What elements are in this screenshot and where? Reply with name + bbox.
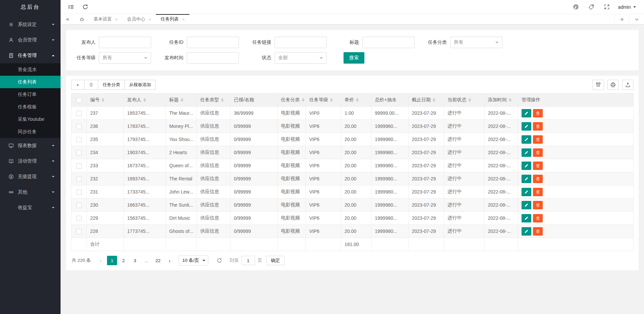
search-button[interactable]: 搜索 bbox=[344, 52, 364, 64]
sort-icon[interactable] bbox=[468, 97, 471, 103]
edit-button[interactable] bbox=[522, 109, 531, 117]
delete-button[interactable] bbox=[533, 109, 543, 117]
search-input[interactable] bbox=[99, 37, 151, 48]
sidebar-item[interactable]: 其他 bbox=[0, 184, 61, 200]
cell-total: 99999.00... bbox=[371, 107, 408, 120]
export-icon[interactable] bbox=[622, 80, 634, 90]
row-checkbox[interactable] bbox=[76, 216, 82, 221]
admin-dropdown[interactable]: admin bbox=[615, 4, 642, 10]
tab-active[interactable]: 任务列表× bbox=[156, 14, 189, 24]
delete-button[interactable] bbox=[533, 162, 543, 170]
task-category-button[interactable]: 任务分类 bbox=[98, 80, 125, 90]
sidebar-subitem[interactable]: 采集Youtube bbox=[0, 113, 61, 126]
row-checkbox[interactable] bbox=[76, 137, 82, 142]
sort-icon[interactable] bbox=[356, 97, 359, 103]
delete-button[interactable] bbox=[533, 201, 543, 209]
tab-item[interactable]: 基本设置× bbox=[89, 14, 122, 24]
edit-button[interactable] bbox=[522, 188, 531, 196]
row-checkbox[interactable] bbox=[76, 111, 82, 116]
sidebar-item[interactable]: 报表数据 bbox=[0, 138, 61, 153]
sidebar-subitem[interactable]: 任务列表 bbox=[0, 76, 61, 88]
sidebar-item[interactable]: 充值提现 bbox=[0, 169, 61, 184]
sort-icon[interactable] bbox=[330, 97, 333, 103]
sidebar-item[interactable]: 会员管理 bbox=[0, 32, 61, 48]
tabs-scroll-right-icon[interactable]: » bbox=[614, 14, 629, 24]
page-button[interactable]: 1 bbox=[107, 256, 117, 265]
home-tab[interactable] bbox=[75, 14, 89, 24]
search-input[interactable] bbox=[362, 37, 415, 48]
tab-item[interactable]: 会员中心× bbox=[122, 14, 156, 24]
per-page-select[interactable]: 10 条/页 bbox=[179, 255, 208, 266]
sort-icon[interactable] bbox=[221, 97, 224, 103]
pagination: 共 220 条 ‹ 123...22 › 10 条/页 到第 页 确定 bbox=[71, 251, 634, 267]
tabs-scroll-left-icon[interactable]: « bbox=[61, 14, 75, 24]
delete-button[interactable] bbox=[533, 214, 543, 222]
page-button[interactable]: 22 bbox=[153, 256, 163, 265]
tab-close-icon[interactable]: × bbox=[149, 17, 151, 22]
search-input[interactable] bbox=[275, 37, 327, 48]
goto-page-input[interactable] bbox=[242, 256, 255, 265]
menu-collapse-icon[interactable] bbox=[64, 0, 78, 14]
select-dropdown[interactable]: 所有 bbox=[99, 52, 151, 64]
columns-filter-icon[interactable] bbox=[593, 80, 604, 90]
theme-palette-icon[interactable] bbox=[568, 0, 584, 14]
row-checkbox[interactable] bbox=[76, 163, 82, 169]
row-checkbox[interactable] bbox=[76, 203, 82, 208]
select-dropdown[interactable]: 全部 bbox=[275, 52, 327, 64]
edit-button[interactable] bbox=[522, 162, 531, 170]
sort-icon[interactable] bbox=[433, 97, 435, 103]
tab-label: 会员中心 bbox=[127, 16, 145, 22]
select-all-checkbox[interactable] bbox=[76, 98, 82, 103]
search-input[interactable] bbox=[187, 52, 239, 64]
delete-button[interactable] bbox=[533, 135, 543, 144]
delete-button[interactable] bbox=[533, 148, 543, 157]
prev-page-button[interactable]: ‹ bbox=[96, 256, 106, 265]
refresh-icon[interactable] bbox=[78, 0, 92, 14]
row-checkbox[interactable] bbox=[76, 189, 82, 195]
sidebar-item[interactable]: 任务管理 bbox=[0, 48, 61, 63]
table-refresh-icon[interactable] bbox=[214, 255, 225, 266]
page-button[interactable]: 3 bbox=[130, 256, 140, 265]
edit-button[interactable] bbox=[522, 175, 531, 183]
edit-button[interactable] bbox=[522, 201, 531, 209]
fullscreen-icon[interactable] bbox=[599, 0, 615, 14]
delete-button[interactable] bbox=[533, 227, 543, 236]
delete-button[interactable] bbox=[533, 122, 543, 131]
edit-button[interactable] bbox=[522, 135, 531, 144]
delete-button[interactable] bbox=[533, 175, 543, 183]
sidebar-item[interactable]: 收益宝 bbox=[0, 200, 61, 215]
sort-icon[interactable] bbox=[509, 97, 511, 103]
edit-button[interactable] bbox=[522, 122, 531, 131]
sidebar-subitem[interactable]: 同步任务 bbox=[0, 126, 61, 138]
sidebar-item[interactable]: 活动管理 bbox=[0, 153, 61, 169]
delete-selected-button[interactable] bbox=[84, 80, 98, 90]
sidebar-item[interactable]: 系统设定 bbox=[0, 17, 61, 32]
row-checkbox[interactable] bbox=[76, 176, 82, 182]
edit-button[interactable] bbox=[522, 214, 531, 222]
print-icon[interactable] bbox=[607, 80, 619, 90]
select-dropdown[interactable]: 所有 bbox=[450, 37, 502, 48]
edit-button[interactable] bbox=[522, 148, 531, 157]
row-checkbox[interactable] bbox=[76, 229, 82, 234]
row-checkbox[interactable] bbox=[76, 150, 82, 155]
sort-icon[interactable] bbox=[143, 97, 146, 103]
sidebar-subitem[interactable]: 资金流水 bbox=[0, 63, 61, 76]
add-from-template-button[interactable]: 从模板添加 bbox=[124, 80, 156, 90]
sort-icon[interactable] bbox=[102, 97, 104, 103]
goto-confirm-button[interactable]: 确定 bbox=[266, 256, 285, 265]
sort-icon[interactable] bbox=[181, 97, 183, 103]
sort-icon[interactable] bbox=[302, 97, 305, 103]
tag-icon[interactable] bbox=[584, 0, 599, 14]
delete-button[interactable] bbox=[533, 188, 543, 196]
tabs-menu-icon[interactable] bbox=[629, 14, 644, 24]
sidebar-subitem[interactable]: 任务订单 bbox=[0, 88, 61, 101]
next-page-button[interactable]: › bbox=[165, 256, 175, 265]
tab-close-icon[interactable]: × bbox=[182, 17, 185, 22]
sidebar-subitem[interactable]: 任务模板 bbox=[0, 101, 61, 113]
search-input[interactable] bbox=[187, 37, 239, 48]
page-button[interactable]: 2 bbox=[118, 256, 129, 265]
add-task-button[interactable]: + bbox=[71, 80, 84, 90]
row-checkbox[interactable] bbox=[76, 124, 82, 129]
tab-close-icon[interactable]: × bbox=[115, 17, 118, 22]
edit-button[interactable] bbox=[522, 227, 531, 236]
